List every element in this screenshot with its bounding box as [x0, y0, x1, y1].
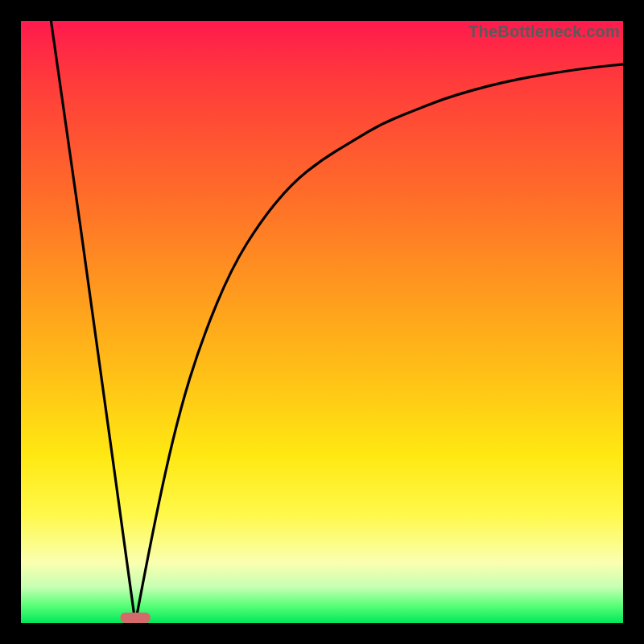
plot-area: [21, 21, 623, 623]
chart-frame: TheBottleneck.com: [0, 0, 644, 644]
min-marker: [120, 613, 150, 623]
curve-left-branch: [51, 21, 135, 623]
bottleneck-curve: [21, 21, 623, 623]
curve-right-branch: [135, 64, 623, 623]
watermark-text: TheBottleneck.com: [469, 23, 620, 41]
